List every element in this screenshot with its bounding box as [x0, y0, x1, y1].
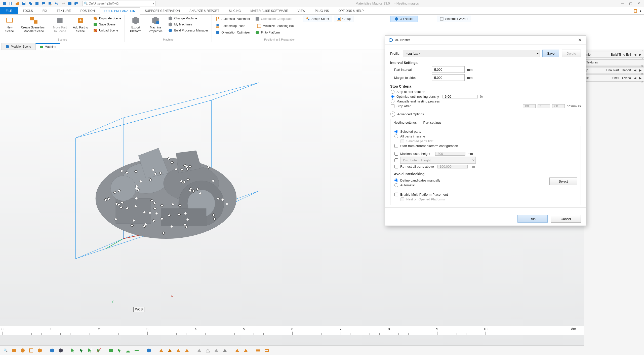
margin-input[interactable]: [432, 74, 465, 81]
tri-icon-3[interactable]: [175, 347, 182, 354]
tab-position[interactable]: POSITION: [76, 7, 100, 14]
tab-fix[interactable]: FIX: [38, 7, 52, 14]
box-find-icon[interactable]: [73, 1, 79, 6]
bottom-top-plane-button[interactable]: Bottom/Top Plane: [214, 23, 247, 29]
gtri-icon-2[interactable]: [204, 347, 211, 354]
profile-select[interactable]: <custom>: [403, 50, 540, 57]
panel-close-icon[interactable]: ×: [641, 64, 643, 68]
new-scene-button[interactable]: New Scene: [2, 16, 17, 34]
duplicate-scene-button[interactable]: Duplicate Scene: [92, 16, 123, 21]
panel-tab[interactable]: le: [586, 76, 589, 80]
save-profile-button[interactable]: Save: [542, 50, 559, 57]
doc-tab-modeler[interactable]: Modeler Scene: [2, 43, 35, 50]
select-icon-1[interactable]: [69, 347, 76, 354]
maximize-button[interactable]: ▢: [627, 1, 634, 7]
tab-file[interactable]: FILE: [0, 7, 18, 14]
select-candidates-button[interactable]: Select: [549, 177, 577, 185]
qat-btn-7[interactable]: [41, 1, 46, 6]
cube-icon-1[interactable]: [49, 347, 56, 354]
clipboard-icon[interactable]: [633, 8, 638, 14]
enable-multi-check[interactable]: Enable Multi-Platform Placement: [394, 193, 577, 196]
panel-scroll-left-icon[interactable]: ◀: [634, 53, 636, 56]
tool-icon-a[interactable]: [107, 347, 114, 354]
select-icon-3[interactable]: [87, 347, 94, 354]
box-tool-icon[interactable]: [145, 347, 152, 354]
tool-icon-b[interactable]: [116, 347, 123, 354]
all-parts-radio[interactable]: All parts in scene: [394, 134, 577, 138]
tab-texture[interactable]: TEXTURE: [52, 7, 75, 14]
box-icon[interactable]: [67, 1, 72, 6]
panel-close-icon[interactable]: ×: [641, 57, 643, 60]
tab-part-settings[interactable]: Part settings: [420, 119, 445, 126]
tab-support-generation[interactable]: SUPPORT GENERATION: [140, 7, 185, 14]
view-icon-4[interactable]: [36, 347, 43, 354]
zoom-icon[interactable]: 🔍: [2, 347, 9, 354]
minimize-button[interactable]: —: [619, 1, 626, 7]
panel-scroll-right-icon[interactable]: ▶: [639, 53, 641, 56]
new-file-icon[interactable]: [8, 1, 14, 6]
select-icon-4[interactable]: [95, 347, 102, 354]
tab-plugins[interactable]: PLUG INS: [310, 7, 334, 14]
gtri-icon-1[interactable]: [196, 347, 203, 354]
define-manual-radio[interactable]: Define candidates manually: [394, 179, 547, 182]
panel-tab[interactable]: Report: [622, 68, 631, 72]
panel-scroll-right-icon[interactable]: ▶: [639, 68, 641, 72]
panel-handle[interactable]: ×: [584, 50, 644, 52]
minimize-bbox-button[interactable]: Minimize Bounding Box: [255, 23, 296, 29]
save-all-icon[interactable]: [28, 1, 33, 6]
stop-density-radio[interactable]: Optimize until nesting density %: [390, 95, 581, 98]
save-icon[interactable]: [21, 1, 27, 6]
rect-tool-icon[interactable]: [255, 347, 262, 354]
tab-analyze-report[interactable]: ANALYZE & REPORT: [185, 7, 224, 14]
tab-materialise-software[interactable]: MATERIALISE SOFTWARE: [246, 7, 293, 14]
export-platform-button[interactable]: Export Platform: [127, 16, 144, 34]
panel-tab[interactable]: Shell: [612, 76, 619, 80]
sinterbox-wizard-button[interactable]: Sinterbox Wizard: [437, 16, 471, 22]
density-input[interactable]: [442, 95, 478, 98]
view-icon-1[interactable]: [11, 347, 18, 354]
search-dropdown-icon[interactable]: ▾: [151, 2, 155, 5]
stop-first-radio[interactable]: Stop at first solution: [390, 90, 581, 94]
dialog-close-button[interactable]: ✕: [576, 37, 583, 43]
shape-sorter-button[interactable]: Shape Sorter: [303, 16, 332, 22]
tri-icon-4[interactable]: [183, 347, 190, 354]
stop-after-check[interactable]: Stop after hh:mm:ss: [390, 104, 581, 108]
create-scene-from-modeler-button[interactable]: Create Scene from Modeler Scene: [19, 16, 49, 34]
selected-parts-radio[interactable]: Selected parts: [394, 130, 577, 133]
view-icon-2[interactable]: [19, 347, 26, 354]
collapse-ribbon-icon[interactable]: ▴: [640, 9, 641, 13]
quick-search[interactable]: 🔍 ▾: [83, 1, 155, 6]
search-input[interactable]: [89, 2, 151, 5]
tri-icon-1[interactable]: [158, 347, 165, 354]
tab-nesting-settings[interactable]: Nesting settings: [390, 119, 420, 126]
tab-build-preparation[interactable]: BUILD PREPARATION: [100, 7, 140, 15]
panel-close-icon[interactable]: ×: [641, 72, 643, 76]
panel-tab[interactable]: p: [586, 68, 588, 72]
my-machines-button[interactable]: My Machines: [167, 22, 210, 27]
panel-handle[interactable]: ×: [584, 58, 644, 60]
rect-tool-icon-2[interactable]: [263, 347, 270, 354]
view-icon-3[interactable]: [28, 347, 35, 354]
redo-icon[interactable]: [60, 1, 66, 6]
panel-handle[interactable]: ×: [584, 81, 644, 83]
qat-btn-6[interactable]: [34, 1, 40, 6]
tab-tools[interactable]: TOOLS: [18, 7, 37, 14]
panel-tab[interactable]: Textures: [586, 61, 598, 64]
panel-tab[interactable]: Build Time Esti: [611, 53, 631, 56]
cube-icon-2[interactable]: [57, 347, 64, 354]
qat-btn-1[interactable]: [2, 1, 7, 6]
gtri-icon-3[interactable]: [213, 347, 220, 354]
change-machine-button[interactable]: Change Machine: [167, 16, 210, 21]
cancel-button[interactable]: Cancel: [551, 215, 581, 223]
fit-to-platform-button[interactable]: Fit to Platform: [254, 30, 281, 35]
panel-tab[interactable]: nfo: [586, 53, 591, 56]
unload-scene-button[interactable]: Unload Scene: [92, 28, 123, 33]
panel-scroll-right-icon[interactable]: ▶: [639, 76, 641, 80]
panel-close-icon[interactable]: ×: [641, 49, 643, 52]
automatic-placement-button[interactable]: Automatic Placement: [214, 16, 251, 22]
open-file-icon[interactable]: [15, 1, 20, 6]
part-interval-input[interactable]: [432, 66, 465, 73]
build-processor-manager-button[interactable]: Build Processor Manager: [167, 28, 210, 33]
tool-icon-c[interactable]: [125, 347, 132, 354]
panel-tab[interactable]: Final Part: [606, 68, 619, 72]
